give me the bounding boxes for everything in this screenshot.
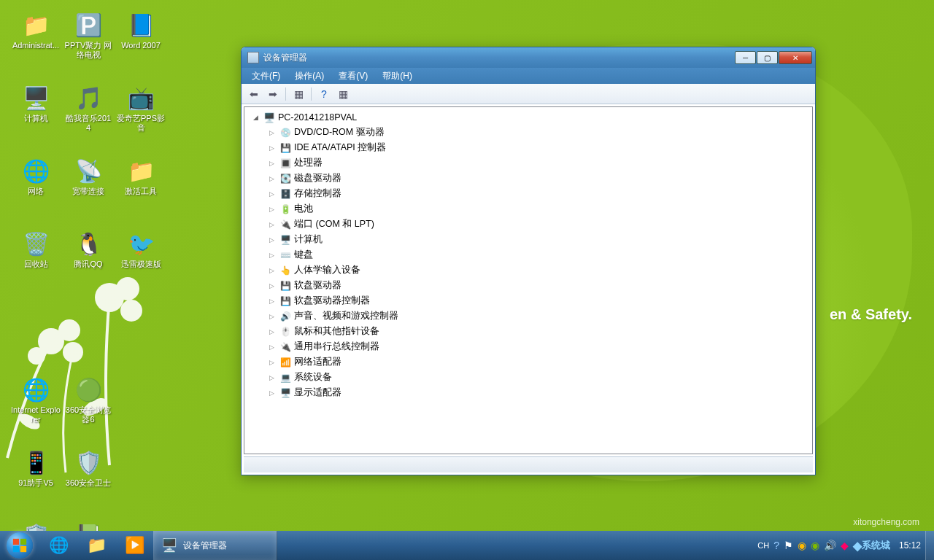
desktop-icon[interactable]: 🛡️360安全卫士 (63, 445, 114, 510)
device-category-icon: 👆 (279, 265, 291, 276)
desktop-icon[interactable]: 📱91助手V5 (10, 445, 61, 510)
device-category-node[interactable]: ▷💾软盘驱动器控制器 (244, 293, 812, 308)
start-button[interactable] (0, 531, 39, 560)
collapse-icon[interactable]: ◢ (253, 114, 260, 121)
speaker-icon[interactable]: 🔊 (824, 540, 836, 551)
action-center-icon[interactable]: ⚑ (784, 540, 793, 551)
device-category-label: 系统设备 (294, 371, 332, 384)
device-category-node[interactable]: ▷⌨️键盘 (244, 247, 812, 262)
expand-icon[interactable]: ▷ (269, 175, 277, 182)
pinned-explorer[interactable]: 📁 (77, 531, 115, 560)
expand-icon[interactable]: ▷ (269, 236, 277, 244)
desktop-icon[interactable]: 🐦迅雷极速版 (115, 226, 166, 292)
expand-icon[interactable]: ▷ (269, 129, 277, 136)
expand-icon[interactable]: ▷ (269, 359, 277, 366)
expand-icon[interactable]: ▷ (269, 389, 277, 397)
desktop-icon[interactable]: 🟢360安全浏览器6 (63, 372, 114, 438)
maximize-button[interactable]: ▢ (757, 51, 778, 64)
device-category-node[interactable]: ▷💾IDE ATA/ATAPI 控制器 (244, 140, 812, 155)
device-category-node[interactable]: ▷🔌端口 (COM 和 LPT) (244, 217, 812, 232)
language-indicator[interactable]: CH (757, 541, 769, 550)
app-icon: 🅿️ (74, 10, 103, 39)
device-category-node[interactable]: ▷🗄️存储控制器 (244, 186, 812, 201)
desktop-icon[interactable]: 🎵酷我音乐2014 (63, 80, 114, 146)
expand-icon[interactable]: ▷ (269, 160, 277, 167)
device-category-node[interactable]: ▷💻系统设备 (244, 370, 812, 385)
menu-help[interactable]: 帮助(H) (377, 69, 418, 84)
pinned-media-player[interactable]: ▶️ (115, 531, 153, 560)
desktop-icon-label: 腾讯QQ (74, 260, 102, 269)
menu-file[interactable]: 文件(F) (246, 69, 286, 84)
expand-icon[interactable]: ▷ (269, 343, 277, 351)
desktop-icon-label: 360安全卫士 (66, 478, 111, 488)
show-hide-console-button[interactable]: ▦ (290, 86, 306, 102)
device-category-icon: 🖱️ (279, 326, 291, 338)
app-icon: 📘 (126, 10, 155, 39)
device-category-node[interactable]: ▷🖥️计算机 (244, 232, 812, 247)
device-category-node[interactable]: ▷💽磁盘驱动器 (244, 171, 812, 186)
taskbar-clock[interactable]: 15:12 (895, 540, 921, 551)
back-button[interactable]: ⬅ (246, 86, 262, 102)
device-category-icon: 🔊 (279, 311, 291, 322)
device-category-node[interactable]: ▷📶网络适配器 (244, 354, 812, 370)
desktop-icon[interactable]: 🐧腾讯QQ (63, 226, 114, 292)
menu-action[interactable]: 操作(A) (289, 69, 330, 84)
device-category-node[interactable]: ▷🔌通用串行总线控制器 (244, 339, 812, 354)
help-tray-icon[interactable]: ? (773, 540, 779, 551)
app-icon: 📁 (21, 10, 50, 39)
desktop-icon[interactable]: 📺爱奇艺PPS影音 (115, 80, 166, 146)
device-category-label: 软盘驱动器控制器 (294, 295, 370, 307)
forward-button[interactable]: ➡ (265, 86, 281, 102)
show-desktop-button[interactable] (925, 531, 934, 560)
device-category-node[interactable]: ▷🔊声音、视频和游戏控制器 (244, 308, 812, 324)
desktop-icon[interactable]: 📁Administrat... (10, 7, 61, 73)
minimize-button[interactable]: ─ (735, 51, 756, 64)
close-button[interactable]: ✕ (779, 51, 812, 64)
window-titlebar[interactable]: 设备管理器 ─ ▢ ✕ (242, 47, 815, 68)
app-icon: 🖥️ (21, 83, 50, 112)
help-button[interactable]: ? (316, 86, 332, 102)
tray-icon[interactable]: ◉ (811, 540, 819, 551)
expand-icon[interactable]: ▷ (269, 206, 277, 213)
expand-icon[interactable]: ▷ (269, 252, 277, 259)
desktop-icon[interactable]: 🌐Internet Explorer (10, 372, 61, 438)
device-tree-panel[interactable]: ◢🖥️PC-20141218PVAL▷💿DVD/CD-ROM 驱动器▷💾IDE … (244, 106, 813, 454)
desktop-icon[interactable]: 🅿️PPTV聚力 网络电视 (63, 7, 114, 73)
desktop-icon[interactable]: 📘Word 2007 (115, 7, 166, 73)
desktop-icon-label: 回收站 (24, 260, 48, 269)
app-icon: 🗑️ (21, 229, 50, 258)
device-category-icon: 💾 (279, 142, 291, 154)
expand-icon[interactable]: ▷ (269, 190, 277, 198)
desktop-icon[interactable]: 🗑️回收站 (10, 226, 61, 292)
taskbar-item-device-manager[interactable]: 🖥️ 设备管理器 (153, 531, 277, 560)
expand-icon[interactable]: ▷ (269, 221, 277, 228)
tray-icon[interactable]: ◆ (841, 540, 849, 551)
menu-view[interactable]: 查看(V) (333, 69, 374, 84)
device-category-node[interactable]: ▷🖥️显示适配器 (244, 385, 812, 400)
device-category-node[interactable]: ▷💿DVD/CD-ROM 驱动器 (244, 125, 812, 140)
device-category-node[interactable]: ▷👆人体学输入设备 (244, 262, 812, 278)
svg-rect-12 (20, 546, 26, 552)
desktop-icon[interactable]: 🖥️计算机 (10, 80, 61, 146)
device-category-node[interactable]: ▷🖱️鼠标和其他指针设备 (244, 324, 812, 339)
expand-icon[interactable]: ▷ (269, 144, 277, 152)
device-category-node[interactable]: ▷🔋电池 (244, 201, 812, 217)
expand-icon[interactable]: ▷ (269, 298, 277, 305)
expand-icon[interactable]: ▷ (269, 282, 277, 289)
device-category-node[interactable]: ▷💾软盘驱动器 (244, 278, 812, 293)
expand-icon[interactable]: ▷ (269, 374, 277, 381)
expand-icon[interactable]: ▷ (269, 328, 277, 335)
tree-root-node[interactable]: ◢🖥️PC-20141218PVAL (244, 110, 812, 125)
desktop-icon[interactable]: 📁激活工具 (115, 153, 166, 219)
expand-icon[interactable]: ▷ (269, 313, 277, 320)
desktop-icon[interactable]: 📡宽带连接 (63, 153, 114, 219)
expand-icon[interactable]: ▷ (269, 267, 277, 274)
brand-logo: ◆系统城 (853, 539, 890, 553)
pinned-ie[interactable]: 🌐 (39, 531, 77, 560)
device-category-icon: 🔌 (279, 341, 291, 353)
device-category-node[interactable]: ▷🔳处理器 (244, 155, 812, 171)
scan-hardware-button[interactable]: ▦ (335, 86, 351, 102)
desktop-icon[interactable]: 🌐网络 (10, 153, 61, 219)
tray-icon[interactable]: ◉ (798, 540, 806, 551)
desktop-icon-label: 迅雷极速版 (121, 260, 161, 269)
